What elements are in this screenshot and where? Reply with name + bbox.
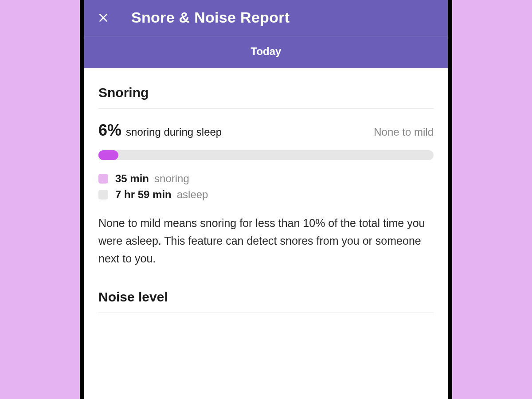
legend-asleep-value: 7 hr 59 min — [115, 188, 172, 201]
snoring-progress-fill — [98, 150, 118, 160]
legend-swatch-asleep — [98, 190, 108, 200]
legend-swatch-snoring — [98, 174, 108, 184]
content-area: Snoring 6% snoring during sleep None to … — [84, 68, 448, 399]
page-title: Snore & Noise Report — [131, 9, 289, 26]
date-selector[interactable]: Today — [84, 36, 448, 68]
screen: Snore & Noise Report Today Snoring 6% sn… — [84, 0, 448, 399]
legend-snoring-label: snoring — [154, 172, 189, 185]
legend-snoring-value: 35 min — [115, 172, 149, 185]
snoring-stat-left: 6% snoring during sleep — [98, 121, 222, 140]
header-top-bar: Snore & Noise Report — [84, 0, 448, 36]
snoring-progress-bar — [98, 150, 434, 160]
close-icon — [98, 12, 109, 23]
app-header: Snore & Noise Report Today — [84, 0, 448, 68]
legend-row-snoring: 35 min snoring — [98, 172, 434, 185]
snoring-stat-row: 6% snoring during sleep None to mild — [98, 121, 434, 140]
phone-frame: Snore & Noise Report Today Snoring 6% sn… — [80, 0, 452, 399]
snoring-percent-label: snoring during sleep — [126, 126, 222, 138]
snoring-percent: 6% — [98, 121, 121, 140]
snoring-description: None to mild means snoring for less than… — [98, 214, 434, 267]
close-button[interactable] — [97, 11, 110, 24]
legend-row-asleep: 7 hr 59 min asleep — [98, 188, 434, 201]
noise-section-title: Noise level — [98, 289, 434, 313]
snoring-severity: None to mild — [374, 126, 434, 138]
snoring-section-title: Snoring — [98, 85, 434, 109]
legend-asleep-label: asleep — [177, 188, 208, 201]
